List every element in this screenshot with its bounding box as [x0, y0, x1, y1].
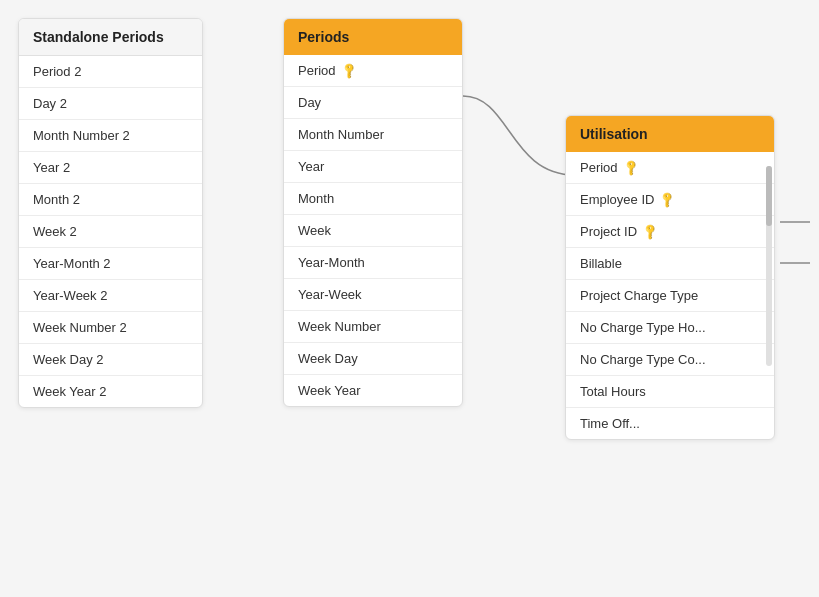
- field-label: No Charge Type Ho...: [580, 320, 706, 335]
- list-item[interactable]: Year 2: [19, 152, 202, 184]
- list-item[interactable]: Day: [284, 87, 462, 119]
- periods-header: Periods: [284, 19, 462, 55]
- field-label: Month: [298, 191, 334, 206]
- field-label: Time Off...: [580, 416, 640, 431]
- list-item[interactable]: Year-Week 2: [19, 280, 202, 312]
- list-item[interactable]: No Charge Type Co...: [566, 344, 774, 376]
- field-label: Week Day: [298, 351, 358, 366]
- utilisation-card: Utilisation Period 🔑Employee ID 🔑Project…: [565, 115, 775, 440]
- field-label: Year: [298, 159, 324, 174]
- standalone-periods-card: Standalone Periods Period 2Day 2Month Nu…: [18, 18, 203, 408]
- list-item[interactable]: Time Off...: [566, 408, 774, 439]
- field-label: Period: [298, 63, 336, 78]
- scrollbar[interactable]: [766, 166, 772, 366]
- list-item[interactable]: Period 🔑: [566, 152, 774, 184]
- standalone-periods-title: Standalone Periods: [33, 29, 164, 45]
- field-label: Employee ID: [580, 192, 654, 207]
- list-item[interactable]: Year-Week: [284, 279, 462, 311]
- list-item[interactable]: Period 🔑: [284, 55, 462, 87]
- field-label: Year-Month: [298, 255, 365, 270]
- field-label: Project Charge Type: [580, 288, 698, 303]
- list-item[interactable]: Week Year 2: [19, 376, 202, 407]
- field-label: Day: [298, 95, 321, 110]
- list-item[interactable]: No Charge Type Ho...: [566, 312, 774, 344]
- list-item[interactable]: Year-Month 2: [19, 248, 202, 280]
- periods-title: Periods: [298, 29, 349, 45]
- list-item[interactable]: Month Number 2: [19, 120, 202, 152]
- field-label: Week: [298, 223, 331, 238]
- list-item[interactable]: Project Charge Type: [566, 280, 774, 312]
- periods-card: Periods Period 🔑DayMonth NumberYearMonth…: [283, 18, 463, 407]
- list-item[interactable]: Day 2: [19, 88, 202, 120]
- list-item[interactable]: Week Number 2: [19, 312, 202, 344]
- field-label: Project ID: [580, 224, 637, 239]
- field-label: No Charge Type Co...: [580, 352, 706, 367]
- list-item[interactable]: Billable: [566, 248, 774, 280]
- standalone-periods-rows: Period 2Day 2Month Number 2Year 2Month 2…: [19, 56, 202, 407]
- list-item[interactable]: Employee ID 🔑: [566, 184, 774, 216]
- field-label: Month Number: [298, 127, 384, 142]
- utilisation-title: Utilisation: [580, 126, 648, 142]
- list-item[interactable]: Month Number: [284, 119, 462, 151]
- periods-rows: Period 🔑DayMonth NumberYearMonthWeekYear…: [284, 55, 462, 406]
- field-label: Period: [580, 160, 618, 175]
- list-item[interactable]: Project ID 🔑: [566, 216, 774, 248]
- field-label: Week Year: [298, 383, 361, 398]
- key-icon: 🔑: [621, 158, 640, 177]
- scrollbar-thumb[interactable]: [766, 166, 772, 226]
- field-label: Year-Week: [298, 287, 362, 302]
- list-item[interactable]: Month: [284, 183, 462, 215]
- list-item[interactable]: Period 2: [19, 56, 202, 88]
- list-item[interactable]: Month 2: [19, 184, 202, 216]
- list-item[interactable]: Week Day 2: [19, 344, 202, 376]
- utilisation-header: Utilisation: [566, 116, 774, 152]
- standalone-periods-header: Standalone Periods: [19, 19, 202, 56]
- list-item[interactable]: Week 2: [19, 216, 202, 248]
- list-item[interactable]: Week Day: [284, 343, 462, 375]
- list-item[interactable]: Week: [284, 215, 462, 247]
- field-label: Billable: [580, 256, 622, 271]
- key-icon: 🔑: [658, 190, 677, 209]
- field-label: Week Number: [298, 319, 381, 334]
- list-item[interactable]: Week Year: [284, 375, 462, 406]
- list-item[interactable]: Total Hours: [566, 376, 774, 408]
- list-item[interactable]: Year-Month: [284, 247, 462, 279]
- utilisation-rows: Period 🔑Employee ID 🔑Project ID 🔑Billabl…: [566, 152, 774, 439]
- list-item[interactable]: Week Number: [284, 311, 462, 343]
- key-icon: 🔑: [339, 61, 358, 80]
- list-item[interactable]: Year: [284, 151, 462, 183]
- field-label: Total Hours: [580, 384, 646, 399]
- key-icon: 🔑: [641, 222, 660, 241]
